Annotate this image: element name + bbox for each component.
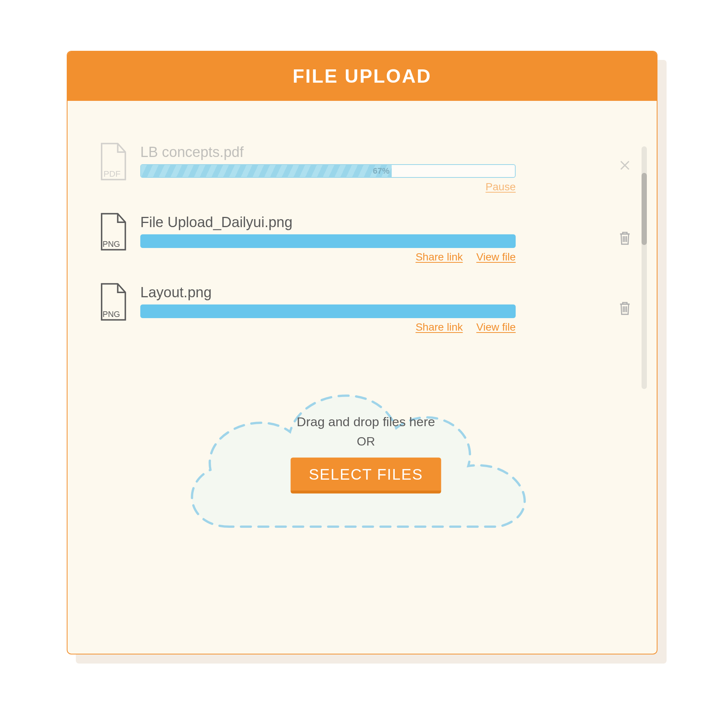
delete-file-icon[interactable] bbox=[618, 230, 631, 247]
progress-bar-complete bbox=[140, 304, 516, 318]
panel-body: PDF LB concepts.pdf 67% Pause bbox=[67, 101, 657, 568]
file-row-action bbox=[616, 213, 634, 247]
file-row: PDF LB concepts.pdf 67% Pause bbox=[98, 143, 634, 193]
progress-fill bbox=[141, 165, 392, 177]
file-row-links: Pause bbox=[140, 181, 516, 193]
dropzone[interactable]: Drag and drop files here OR SELECT FILES bbox=[165, 364, 567, 553]
pause-link[interactable]: Pause bbox=[486, 181, 516, 193]
file-name: File Upload_Dailyui.png bbox=[140, 214, 607, 231]
progress-bar-complete bbox=[140, 234, 516, 248]
panel-header: FILE UPLOAD bbox=[67, 52, 657, 101]
cancel-upload-icon[interactable] bbox=[620, 160, 630, 171]
progress-bar: 67% bbox=[140, 164, 516, 178]
dropzone-content: Drag and drop files here OR SELECT FILES bbox=[290, 414, 441, 494]
file-row-action bbox=[616, 143, 634, 171]
file-meta: Layout.png Share link View file bbox=[140, 283, 616, 333]
svg-text:PNG: PNG bbox=[103, 310, 120, 319]
share-link[interactable]: Share link bbox=[416, 321, 463, 333]
dropzone-or: OR bbox=[290, 435, 441, 449]
svg-text:PDF: PDF bbox=[104, 169, 121, 179]
file-icon: PDF bbox=[98, 143, 132, 182]
panel-title: FILE UPLOAD bbox=[293, 65, 431, 87]
file-row-links: Share link View file bbox=[140, 321, 516, 333]
progress-percent: 67% bbox=[373, 166, 389, 176]
upload-panel: FILE UPLOAD PDF LB concepts.pdf 67% bbox=[67, 51, 657, 654]
scrollbar-thumb[interactable] bbox=[642, 173, 647, 245]
file-name: LB concepts.pdf bbox=[140, 144, 607, 160]
file-row-action bbox=[616, 283, 634, 317]
file-name: Layout.png bbox=[140, 284, 607, 301]
scrollbar-track[interactable] bbox=[642, 146, 647, 389]
file-row-links: Share link View file bbox=[140, 251, 516, 263]
file-meta: LB concepts.pdf 67% Pause bbox=[140, 143, 616, 193]
svg-text:PNG: PNG bbox=[103, 240, 120, 249]
share-link[interactable]: Share link bbox=[416, 251, 463, 263]
view-file-link[interactable]: View file bbox=[476, 321, 516, 333]
dropzone-instruction: Drag and drop files here bbox=[290, 414, 441, 429]
select-files-button[interactable]: SELECT FILES bbox=[290, 458, 441, 494]
file-icon: PNG bbox=[98, 213, 132, 252]
file-row: PNG Layout.png Share link View file bbox=[98, 283, 634, 333]
file-meta: File Upload_Dailyui.png Share link View … bbox=[140, 213, 616, 263]
file-row: PNG File Upload_Dailyui.png Share link V… bbox=[98, 213, 634, 263]
file-icon: PNG bbox=[98, 283, 132, 322]
view-file-link[interactable]: View file bbox=[476, 251, 516, 263]
delete-file-icon[interactable] bbox=[618, 300, 631, 317]
